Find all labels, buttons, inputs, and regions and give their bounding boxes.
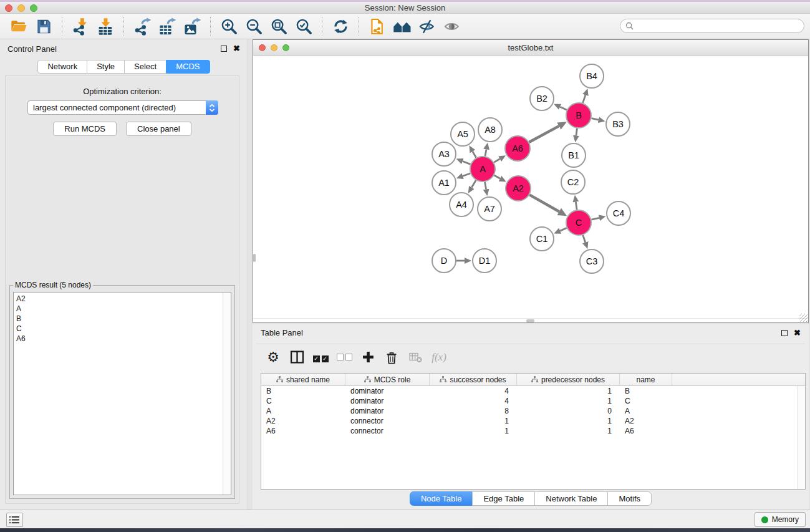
tab-select[interactable]: Select xyxy=(124,60,166,74)
edge-C-C1[interactable] xyxy=(560,228,567,231)
graph-node-D[interactable]: D xyxy=(432,249,456,273)
column-header-predecessor-nodes[interactable]: predecessor nodes xyxy=(517,374,620,385)
result-item[interactable]: C xyxy=(16,324,231,334)
zoom-fit-button[interactable] xyxy=(268,16,289,37)
graph-node-C4[interactable]: C4 xyxy=(607,201,630,225)
close-network-button[interactable] xyxy=(259,44,266,51)
table-row[interactable]: Adominator80A xyxy=(261,406,805,416)
column-header-shared-name[interactable]: shared name xyxy=(261,374,345,385)
edge-A-A7[interactable] xyxy=(485,182,486,190)
tab-edge-table[interactable]: Edge Table xyxy=(472,491,535,506)
minimize-window-button[interactable] xyxy=(17,4,25,12)
graph-node-A1[interactable]: A1 xyxy=(432,171,456,195)
result-item[interactable]: B xyxy=(16,314,231,324)
edge-A-A5[interactable] xyxy=(473,152,476,158)
table-row[interactable]: A2connector11A2 xyxy=(261,416,805,426)
edge-A-A6[interactable] xyxy=(494,159,499,163)
graph-node-B1[interactable]: B1 xyxy=(562,143,586,167)
column-header-successor-nodes[interactable]: successor nodes xyxy=(430,374,517,385)
memory-button[interactable]: Memory xyxy=(755,512,806,527)
criterion-dropdown[interactable]: largest connected component (directed) xyxy=(27,100,218,115)
export-network-button[interactable] xyxy=(132,16,153,37)
graph-node-C1[interactable]: C1 xyxy=(530,227,554,251)
hide-panels-button[interactable] xyxy=(417,16,438,37)
tab-mcds[interactable]: MCDS xyxy=(166,60,210,74)
table-row[interactable]: Cdominator41C xyxy=(261,396,805,406)
table-scrollbar[interactable] xyxy=(797,386,805,489)
graph-node-A2[interactable]: A2 xyxy=(506,176,531,201)
edge-B-B1[interactable] xyxy=(576,128,577,135)
zoom-selected-button[interactable] xyxy=(293,16,314,37)
graph-node-B4[interactable]: B4 xyxy=(580,64,604,88)
edge-C-C4[interactable] xyxy=(591,218,599,220)
network-canvas[interactable]: AA1A3A5A8A6A2A4A7BB1B2B3B4CC1C2C3C4DD1 xyxy=(253,56,808,322)
edge-A-A3[interactable] xyxy=(463,162,471,165)
graph-node-D1[interactable]: D1 xyxy=(473,249,496,273)
search-input[interactable] xyxy=(637,22,799,31)
clone-network-button[interactable] xyxy=(367,16,388,37)
column-header-MCDS-role[interactable]: MCDS role xyxy=(345,374,430,385)
graph-node-C3[interactable]: C3 xyxy=(580,249,604,273)
float-panel-icon[interactable] xyxy=(221,46,227,52)
edge-A-A4[interactable] xyxy=(471,180,476,187)
task-history-button[interactable] xyxy=(6,513,23,527)
edge-B-B2[interactable] xyxy=(560,107,567,110)
show-column-button[interactable] xyxy=(287,347,306,367)
column-header-name[interactable]: name xyxy=(620,374,672,385)
zoom-out-button[interactable] xyxy=(243,16,264,37)
edge-B-B4[interactable] xyxy=(583,95,586,103)
refresh-button[interactable] xyxy=(330,16,351,37)
deselect-all-button[interactable] xyxy=(335,347,354,367)
graph-node-B[interactable]: B xyxy=(566,103,591,128)
table-row[interactable]: A6connector11A6 xyxy=(261,426,805,436)
graph-node-A[interactable]: A xyxy=(470,157,495,181)
function-builder-button[interactable]: f(x) xyxy=(430,347,448,367)
open-session-button[interactable] xyxy=(8,16,29,37)
edge-B-B3[interactable] xyxy=(591,118,598,120)
tab-motifs[interactable]: Motifs xyxy=(607,491,652,506)
resize-grip-icon[interactable] xyxy=(799,314,808,322)
edge-A2-C[interactable] xyxy=(529,195,559,211)
graph-node-B3[interactable]: B3 xyxy=(606,112,630,136)
delete-table-button[interactable] xyxy=(406,347,425,367)
save-session-button[interactable] xyxy=(33,16,54,37)
export-image-button[interactable] xyxy=(181,16,203,37)
graph-node-A7[interactable]: A7 xyxy=(478,197,501,221)
close-table-panel-icon[interactable]: ✖ xyxy=(794,330,801,336)
close-panel-button[interactable]: Close panel xyxy=(126,122,191,136)
graph-node-A6[interactable]: A6 xyxy=(505,136,530,161)
import-network-button[interactable] xyxy=(70,16,91,37)
zoom-network-button[interactable] xyxy=(282,44,289,51)
zoom-window-button[interactable] xyxy=(30,4,37,12)
mcds-result-list[interactable]: A2ABCA6 xyxy=(13,292,231,495)
graph-node-B2[interactable]: B2 xyxy=(530,87,554,110)
zoom-in-button[interactable] xyxy=(218,16,239,37)
import-table-button[interactable] xyxy=(95,16,116,37)
tab-node-table[interactable]: Node Table xyxy=(410,491,473,506)
table-options-button[interactable]: ⚙ xyxy=(264,347,282,367)
tab-network-table[interactable]: Network Table xyxy=(534,491,608,506)
home-button[interactable] xyxy=(392,16,413,37)
tab-style[interactable]: Style xyxy=(87,60,125,74)
edge-C-C2[interactable] xyxy=(576,202,577,210)
result-item[interactable]: A xyxy=(16,304,231,314)
result-list-scrollbar[interactable] xyxy=(223,293,231,495)
export-table-button[interactable] xyxy=(157,16,178,37)
delete-column-button[interactable] xyxy=(382,347,401,367)
run-mcds-button[interactable]: Run MCDS xyxy=(53,122,117,136)
float-table-panel-icon[interactable] xyxy=(781,330,788,336)
select-all-button[interactable]: ✓✓ xyxy=(311,347,330,367)
graph-node-A3[interactable]: A3 xyxy=(432,142,456,166)
table-row[interactable]: Bdominator41B xyxy=(261,386,805,396)
result-item[interactable]: A6 xyxy=(16,334,231,344)
add-column-button[interactable] xyxy=(359,347,377,367)
edge-A-A2[interactable] xyxy=(494,175,500,178)
close-panel-icon[interactable]: ✖ xyxy=(233,46,240,52)
graph-node-C2[interactable]: C2 xyxy=(561,170,585,194)
graph-node-A8[interactable]: A8 xyxy=(478,118,502,142)
graph-node-C[interactable]: C xyxy=(566,210,591,235)
edge-A-A1[interactable] xyxy=(463,173,470,176)
graph-node-A4[interactable]: A4 xyxy=(450,193,473,216)
edge-A-A8[interactable] xyxy=(485,149,486,156)
network-hscrollbar[interactable] xyxy=(253,318,808,322)
